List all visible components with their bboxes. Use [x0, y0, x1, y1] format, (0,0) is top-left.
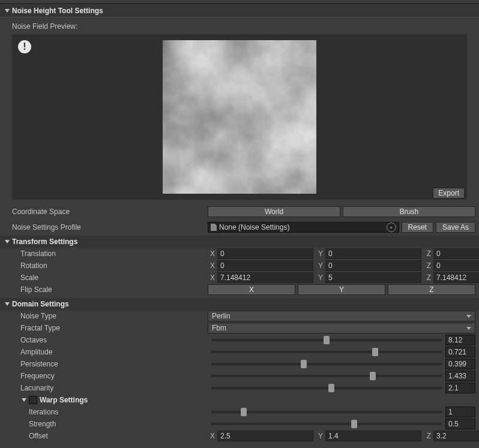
coordinate-space-label: Coordinate Space — [12, 208, 208, 216]
translation-y-input[interactable] — [325, 248, 421, 259]
flip-scale-label: Flip Scale — [20, 285, 208, 294]
lacunarity-slider[interactable] — [211, 387, 442, 389]
lacunarity-label: Lacunarity — [20, 384, 208, 392]
profile-label: Noise Settings Profile — [12, 223, 208, 231]
document-icon — [211, 224, 217, 231]
persistence-row: Persistence 0.399 — [0, 358, 479, 370]
octaves-row: Octaves 8.12 — [0, 334, 479, 346]
profile-row: Noise Settings Profile None (Noise Setti… — [0, 221, 479, 233]
iterations-label: Iterations — [29, 408, 208, 416]
flip-y-button[interactable]: Y — [298, 284, 385, 295]
iterations-row: Iterations 1 — [0, 406, 479, 418]
warp-title: Warp Settings — [40, 396, 88, 404]
flip-x-button[interactable]: X — [208, 284, 295, 295]
noise-type-label: Noise Type — [20, 312, 208, 320]
octaves-value[interactable]: 8.12 — [445, 335, 475, 345]
strength-value[interactable]: 0.5 — [445, 419, 475, 429]
chevron-down-icon — [5, 240, 10, 243]
rotation-y-input[interactable] — [325, 260, 421, 271]
rotation-z-input[interactable] — [433, 260, 479, 271]
scale-x-input[interactable] — [217, 272, 313, 283]
y-label: Y — [316, 249, 323, 258]
persistence-slider[interactable] — [211, 363, 442, 365]
domain-title: Domain Settings — [12, 300, 69, 308]
coord-brush-button[interactable]: Brush — [343, 206, 475, 217]
noise-type-dropdown[interactable]: Perlin — [208, 311, 475, 321]
scale-label: Scale — [20, 273, 208, 282]
lacunarity-value[interactable]: 2.1 — [445, 383, 475, 393]
object-picker-icon[interactable] — [387, 223, 396, 232]
offset-x-input[interactable] — [217, 431, 313, 441]
offset-label: Offset — [29, 432, 208, 440]
preview-label: Noise Field Preview: — [12, 22, 467, 31]
translation-z-input[interactable] — [433, 248, 479, 259]
translation-row: Translation X Y Z — [0, 248, 479, 260]
save-as-button[interactable]: Save As — [436, 222, 475, 233]
panel-title: Noise Height Tool Settings — [12, 7, 103, 15]
rotation-x-input[interactable] — [217, 260, 313, 271]
fractal-type-dropdown[interactable]: Fbm — [208, 323, 475, 333]
lacunarity-row: Lacunarity 2.1 — [0, 382, 479, 394]
offset-z-input[interactable] — [433, 431, 479, 441]
translation-label: Translation — [20, 249, 208, 258]
warp-enable-checkbox[interactable] — [29, 396, 37, 404]
chevron-down-icon — [22, 398, 26, 402]
profile-value: None (Noise Settings) — [219, 223, 289, 231]
flip-scale-row: Flip Scale X Y Z — [0, 284, 479, 296]
reset-button[interactable]: Reset — [402, 222, 433, 233]
chevron-down-icon — [5, 9, 10, 13]
scale-y-input[interactable] — [325, 272, 421, 283]
coord-world-button[interactable]: World — [208, 206, 340, 217]
x-label: X — [208, 249, 215, 258]
frequency-label: Frequency — [20, 372, 208, 380]
scale-z-input[interactable] — [433, 272, 479, 283]
transform-settings-header[interactable]: Transform Settings — [0, 236, 479, 248]
rotation-label: Rotation — [20, 261, 208, 270]
noise-tool-header[interactable]: Noise Height Tool Settings — [0, 4, 479, 17]
warp-settings-header[interactable]: Warp Settings — [0, 394, 479, 406]
amplitude-value[interactable]: 0.721 — [445, 347, 475, 357]
z-label: Z — [424, 249, 431, 258]
amplitude-slider[interactable] — [211, 351, 442, 353]
preview-area: Noise Field Preview: Export — [0, 17, 479, 202]
preview-box: Export — [12, 34, 467, 200]
noise-preview-canvas — [163, 40, 316, 194]
translation-x-input[interactable] — [217, 248, 313, 259]
frequency-row: Frequency 1.433 — [0, 370, 479, 382]
rotation-row: Rotation X Y Z — [0, 260, 479, 272]
flip-z-button[interactable]: Z — [388, 284, 475, 295]
coordinate-space-row: Coordinate Space World Brush — [0, 206, 479, 218]
persistence-label: Persistence — [20, 360, 208, 368]
info-icon[interactable] — [18, 40, 31, 53]
fractal-type-label: Fractal Type — [20, 324, 208, 332]
strength-label: Strength — [29, 420, 208, 428]
strength-slider[interactable] — [211, 423, 442, 425]
iterations-value[interactable]: 1 — [445, 407, 475, 417]
octaves-slider[interactable] — [211, 339, 442, 341]
noise-type-row: Noise Type Perlin — [0, 310, 479, 322]
iterations-slider[interactable] — [211, 411, 442, 413]
persistence-value[interactable]: 0.399 — [445, 359, 475, 369]
frequency-slider[interactable] — [211, 375, 442, 377]
export-button[interactable]: Export — [433, 188, 465, 199]
fractal-type-row: Fractal Type Fbm — [0, 322, 479, 334]
offset-y-input[interactable] — [325, 431, 421, 441]
strength-row: Strength 0.5 — [0, 418, 479, 430]
offset-row: Offset X Y Z W — [0, 430, 479, 442]
profile-object-field[interactable]: None (Noise Settings) — [208, 222, 399, 233]
amplitude-row: Amplitude 0.721 — [0, 346, 479, 358]
chevron-down-icon — [5, 302, 10, 306]
amplitude-label: Amplitude — [20, 348, 208, 356]
octaves-label: Octaves — [20, 336, 208, 344]
frequency-value[interactable]: 1.433 — [445, 371, 475, 381]
transform-title: Transform Settings — [12, 237, 77, 246]
domain-settings-header[interactable]: Domain Settings — [0, 298, 479, 310]
scale-row: Scale X Y Z — [0, 272, 479, 284]
